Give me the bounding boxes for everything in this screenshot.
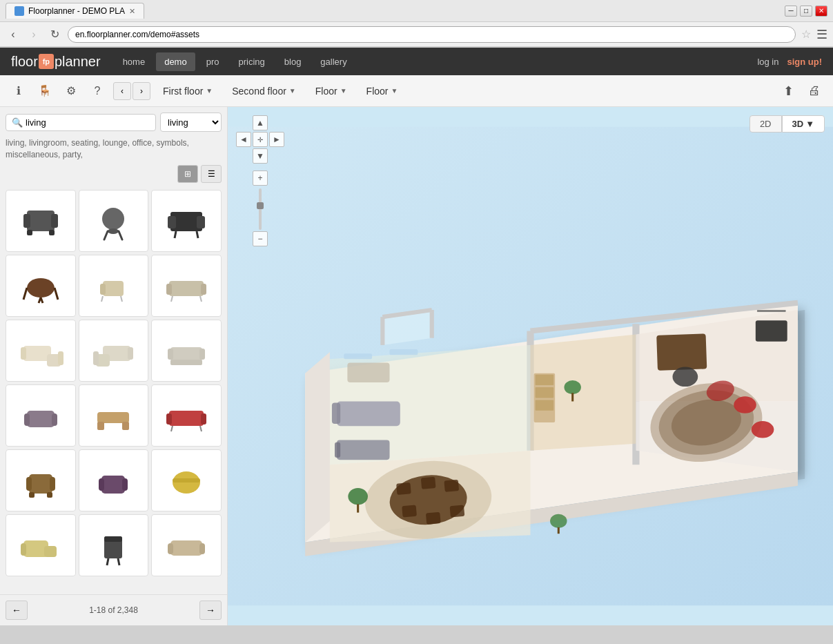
floor-4-button[interactable]: Floor ▼ xyxy=(360,81,405,101)
list-item[interactable] xyxy=(6,320,76,382)
zoom-in-button[interactable]: + xyxy=(253,170,268,186)
list-item[interactable] xyxy=(6,514,76,576)
nav-blog[interactable]: blog xyxy=(276,52,310,71)
floorplan-canvas[interactable] xyxy=(228,107,833,625)
signup-link[interactable]: sign up! xyxy=(787,57,822,67)
list-item[interactable] xyxy=(151,255,222,317)
list-item[interactable] xyxy=(79,320,149,382)
svg-rect-41 xyxy=(24,413,30,426)
pan-left-button[interactable]: ◄ xyxy=(236,132,251,147)
next-page-button[interactable]: → xyxy=(199,601,222,620)
furniture-button[interactable]: 🪑 xyxy=(35,81,55,101)
list-item[interactable] xyxy=(79,514,149,576)
floor-3-button[interactable]: Floor ▼ xyxy=(308,81,354,101)
list-item[interactable] xyxy=(6,190,76,252)
furniture-icon xyxy=(89,521,137,569)
settings-button[interactable]: ⚙ xyxy=(61,81,81,101)
list-item[interactable] xyxy=(6,449,76,511)
pan-down-button[interactable]: ▼ xyxy=(253,148,268,164)
info-button[interactable]: ℹ xyxy=(8,81,29,101)
furniture-icon xyxy=(162,456,210,505)
first-floor-button[interactable]: First floor ▼ xyxy=(156,81,219,101)
furniture-icon xyxy=(89,456,137,505)
pan-up-button[interactable]: ▲ xyxy=(253,115,268,130)
address-bar: ‹ › ↻ ☆ ☰ xyxy=(0,22,833,47)
list-item[interactable] xyxy=(6,255,76,317)
grid-view-button[interactable]: ⊞ xyxy=(177,165,198,183)
close-button[interactable]: ✕ xyxy=(815,6,827,17)
maximize-button[interactable]: □ xyxy=(800,6,812,17)
zoom-out-button[interactable]: − xyxy=(253,231,268,246)
browser-menu-icon[interactable]: ☰ xyxy=(816,27,827,42)
center-button[interactable]: ✛ xyxy=(253,132,268,147)
list-item[interactable] xyxy=(151,190,222,252)
svg-line-12 xyxy=(175,231,176,238)
list-item[interactable] xyxy=(6,384,76,447)
back-button[interactable]: ‹ xyxy=(6,27,21,42)
nav-gallery[interactable]: gallery xyxy=(312,52,355,71)
svg-rect-102 xyxy=(402,505,417,518)
browser-tab[interactable]: Floorplanner - DEMO PLA ✕ xyxy=(6,3,144,19)
2d-button[interactable]: 2D xyxy=(749,115,782,133)
tab-close[interactable]: ✕ xyxy=(129,7,135,16)
svg-line-66 xyxy=(107,558,108,565)
search-bar: 🔍 living bedroom kitchen bathroom xyxy=(0,107,227,137)
url-input[interactable] xyxy=(68,26,796,43)
furniture-icon xyxy=(89,262,137,310)
login-link[interactable]: log in xyxy=(757,57,778,67)
second-floor-caret: ▼ xyxy=(289,87,296,95)
list-item[interactable] xyxy=(79,190,149,252)
undo-button[interactable]: ‹ xyxy=(113,82,131,100)
svg-rect-20 xyxy=(100,284,106,295)
second-floor-button[interactable]: Second floor ▼ xyxy=(225,81,303,101)
pagination: ← 1-18 of 2,348 → xyxy=(0,594,227,625)
share-button[interactable]: ⬆ xyxy=(778,81,798,101)
items-scroll[interactable] xyxy=(0,187,227,594)
svg-point-107 xyxy=(550,514,567,528)
prev-page-button[interactable]: ← xyxy=(6,601,28,620)
nav-home[interactable]: home xyxy=(115,52,154,71)
svg-point-105 xyxy=(348,488,368,505)
refresh-button[interactable]: ↻ xyxy=(47,27,62,42)
list-item[interactable] xyxy=(79,255,149,317)
svg-rect-25 xyxy=(201,284,206,295)
forward-button[interactable]: › xyxy=(26,27,41,42)
zoom-track[interactable] xyxy=(259,188,262,230)
list-item[interactable] xyxy=(151,449,222,511)
list-view-button[interactable]: ☰ xyxy=(201,165,222,183)
svg-line-18 xyxy=(41,297,43,303)
minimize-button[interactable]: ─ xyxy=(785,6,797,17)
canvas-area[interactable]: ▲ ◄ ✛ ► ▼ + − 2D 3D ▼ xyxy=(228,107,833,625)
help-button[interactable]: ? xyxy=(87,81,108,101)
nav-pro[interactable]: pro xyxy=(198,52,228,71)
svg-rect-3 xyxy=(27,230,32,235)
zoom-thumb[interactable] xyxy=(257,202,264,209)
bookmark-icon[interactable]: ☆ xyxy=(801,28,811,41)
3d-button[interactable]: 3D ▼ xyxy=(782,115,825,133)
svg-rect-95 xyxy=(332,403,340,425)
svg-rect-109 xyxy=(344,353,372,359)
nav-pricing[interactable]: pricing xyxy=(230,52,273,71)
svg-rect-103 xyxy=(426,512,441,525)
svg-rect-104 xyxy=(450,505,465,518)
tab-title: Floorplanner - DEMO PLA xyxy=(28,6,125,16)
svg-rect-37 xyxy=(168,349,173,360)
nav-right: log in sign up! xyxy=(757,57,822,67)
redo-button[interactable]: › xyxy=(133,82,150,100)
search-input[interactable] xyxy=(26,117,150,128)
logo-planner-text: planner xyxy=(55,54,101,70)
category-select[interactable]: living bedroom kitchen bathroom xyxy=(160,113,222,132)
svg-line-15 xyxy=(23,288,27,300)
3d-label: 3D xyxy=(792,119,804,129)
list-item[interactable] xyxy=(151,514,222,576)
list-item[interactable] xyxy=(79,449,149,511)
svg-line-7 xyxy=(104,231,108,240)
list-item[interactable] xyxy=(151,384,222,447)
nav-demo[interactable]: demo xyxy=(156,52,195,71)
floor-4-label: Floor xyxy=(366,86,389,97)
list-item[interactable] xyxy=(151,320,222,382)
pan-right-button[interactable]: ► xyxy=(269,132,284,147)
print-button[interactable]: 🖨 xyxy=(804,81,825,101)
list-item[interactable] xyxy=(79,384,149,447)
search-input-wrap: 🔍 xyxy=(6,114,156,131)
